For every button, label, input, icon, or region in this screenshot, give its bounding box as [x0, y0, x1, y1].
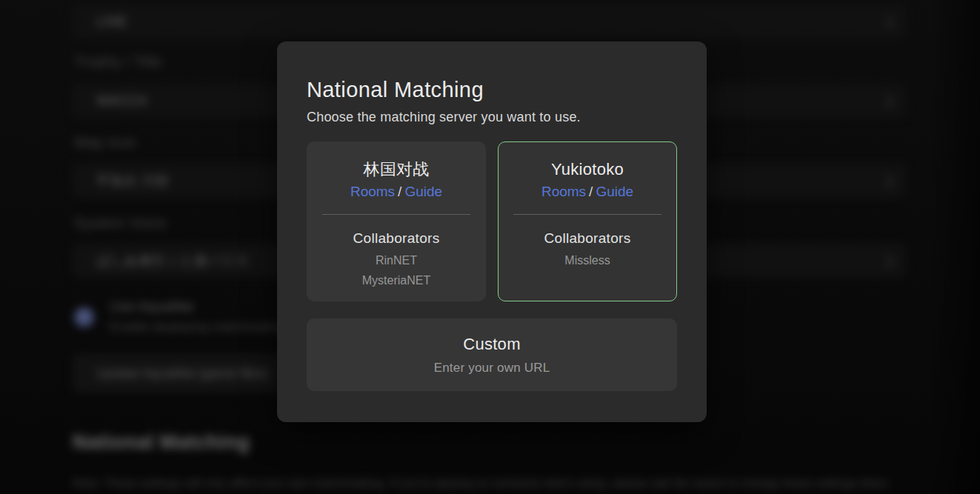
- link-separator: /: [398, 184, 401, 199]
- server-name: 林国对战: [307, 159, 486, 180]
- card-divider: [322, 214, 470, 215]
- custom-title: Custom: [463, 335, 521, 354]
- server-name: Yukiotoko: [499, 159, 676, 180]
- custom-server-card[interactable]: Custom Enter your own URL: [307, 318, 677, 391]
- card-divider: [513, 214, 661, 215]
- collaborator: RinNET: [307, 250, 486, 270]
- guide-link[interactable]: Guide: [404, 184, 442, 199]
- custom-subtitle: Enter your own URL: [434, 361, 550, 375]
- national-matching-dialog: National Matching Choose the matching se…: [277, 41, 707, 422]
- app-window: LINE ❯ Trophy / Title WACCA ❯ Map Icon 不…: [0, 0, 980, 494]
- collaborators-heading: Collaborators: [499, 230, 676, 247]
- server-card-yukiotoko-selected[interactable]: Yukiotoko Rooms/Guide Collaborators Miss…: [498, 141, 677, 301]
- server-links: Rooms/Guide: [499, 182, 676, 201]
- collaborator: MysteriaNET: [307, 270, 486, 290]
- server-links: Rooms/Guide: [307, 182, 486, 201]
- dialog-subtitle: Choose the matching server you want to u…: [307, 110, 677, 125]
- collaborators-heading: Collaborators: [307, 230, 486, 247]
- server-options: 林国对战 Rooms/Guide Collaborators RinNET My…: [307, 141, 677, 301]
- collaborator: Missless: [499, 250, 676, 270]
- rooms-link[interactable]: Rooms: [541, 184, 586, 199]
- collaborators-list: RinNET MysteriaNET: [307, 250, 486, 290]
- rooms-link[interactable]: Rooms: [350, 184, 395, 199]
- collaborators-list: Missless: [499, 250, 676, 270]
- server-card-linguo[interactable]: 林国对战 Rooms/Guide Collaborators RinNET My…: [307, 141, 486, 301]
- link-separator: /: [589, 184, 593, 199]
- dialog-title: National Matching: [307, 77, 677, 102]
- guide-link[interactable]: Guide: [596, 184, 633, 199]
